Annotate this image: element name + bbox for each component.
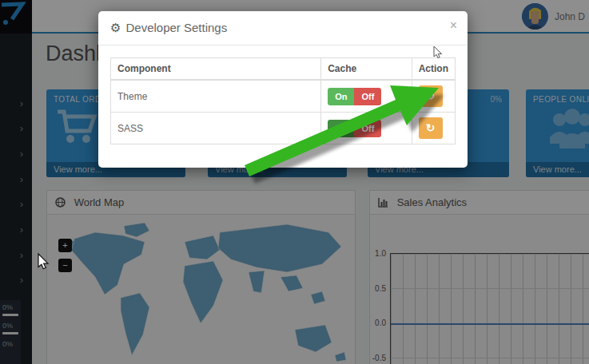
- table-row: Theme OnOff ↻: [111, 80, 456, 113]
- developer-settings-table: Component Cache Action Theme OnOff ↻ SAS…: [110, 57, 456, 144]
- component-name: SASS: [111, 113, 321, 144]
- modal-title-text: Developer Settings: [125, 21, 227, 34]
- refresh-icon[interactable]: ↻: [419, 85, 443, 107]
- column-header-action: Action: [412, 58, 455, 81]
- developer-settings-modal: ⚙Developer Settings × Component Cache Ac…: [98, 11, 468, 168]
- cache-off-button[interactable]: Off: [354, 88, 381, 105]
- component-name: Theme: [111, 80, 321, 113]
- refresh-icon[interactable]: ↻: [419, 117, 443, 139]
- close-icon[interactable]: ×: [450, 19, 457, 32]
- cache-off-button[interactable]: Off: [354, 120, 381, 137]
- modal-body: Component Cache Action Theme OnOff ↻ SAS…: [98, 46, 468, 156]
- cache-on-button[interactable]: On: [328, 88, 354, 105]
- modal-header: ⚙Developer Settings ×: [98, 11, 468, 46]
- table-header-row: Component Cache Action: [111, 58, 456, 81]
- cache-on-button[interactable]: On: [328, 120, 354, 137]
- table-row: SASS OnOff ↻: [111, 113, 456, 144]
- column-header-cache: Cache: [321, 58, 412, 81]
- gear-icon: ⚙: [110, 21, 121, 34]
- dashboard-page: John D › › › › › › › › 0% 0% 0% Dashboar…: [0, 0, 589, 364]
- column-header-component: Component: [111, 58, 321, 81]
- modal-title: ⚙Developer Settings: [110, 21, 227, 34]
